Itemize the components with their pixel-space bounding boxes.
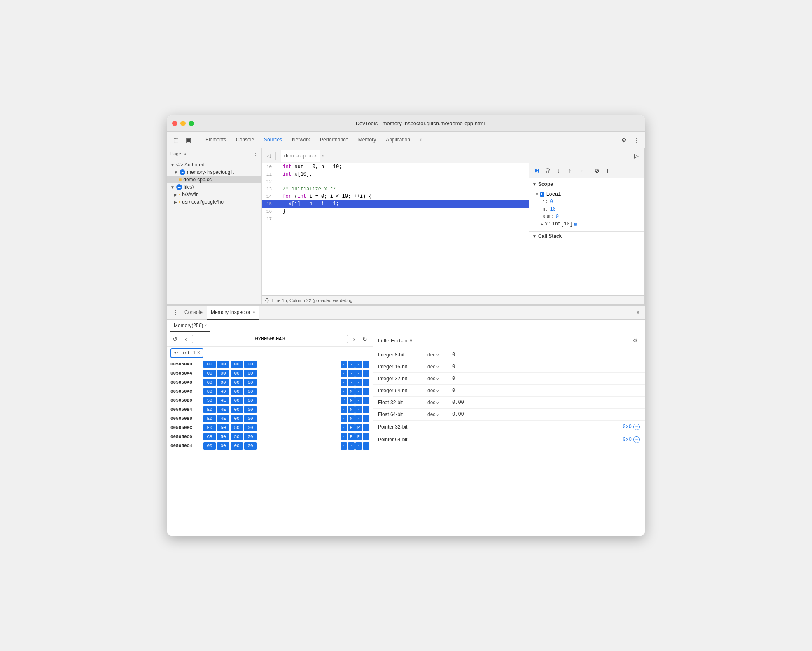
sidebar-toggle-icon[interactable]: ◁ <box>265 153 272 159</box>
deactivate-button[interactable]: ⊘ <box>592 166 602 176</box>
hex-byte[interactable]: C8 <box>203 433 216 440</box>
hex-byte[interactable]: E0 <box>203 424 216 431</box>
hex-byte[interactable]: 00 <box>231 415 243 422</box>
hex-byte[interactable]: 50 <box>217 433 229 440</box>
insp-format-selector-float32[interactable]: dec ∨ <box>427 400 452 405</box>
minimize-button[interactable] <box>180 121 186 126</box>
hex-byte[interactable]: 50 <box>231 424 243 431</box>
tab-elements[interactable]: Elements <box>201 132 231 148</box>
hex-byte[interactable]: 50 <box>203 397 216 404</box>
address-input[interactable] <box>192 335 348 343</box>
sidebar-item-usr-local[interactable]: ▶ ▪ usr/local/google/ho <box>167 198 261 206</box>
hex-byte[interactable]: 00 <box>203 442 216 450</box>
hex-byte[interactable]: 00 <box>244 379 257 386</box>
expression-close-icon[interactable]: × <box>197 350 200 356</box>
hex-byte[interactable]: 4E <box>217 415 229 422</box>
hex-byte[interactable]: 00 <box>231 370 243 377</box>
step-into-button[interactable]: ↓ <box>554 166 564 176</box>
sidebar-item-demo-cpp-cc[interactable]: ■ demo-cpp.cc <box>167 176 261 183</box>
hex-byte[interactable]: 00 <box>244 370 257 377</box>
tab-application[interactable]: Application <box>381 132 415 148</box>
memory-subtab-close-icon[interactable]: × <box>204 323 207 328</box>
memory-256-subtab[interactable]: Memory(256) × <box>170 320 210 332</box>
endian-selector[interactable]: Little Endian ∨ <box>378 337 413 344</box>
step-over-button[interactable] <box>543 166 553 176</box>
hex-byte[interactable]: 50 <box>231 433 243 440</box>
hex-byte[interactable]: 4D <box>217 388 229 395</box>
hex-byte[interactable]: 00 <box>231 388 243 395</box>
maximize-button[interactable] <box>189 121 194 126</box>
bottom-tab-console[interactable]: Console <box>180 306 207 320</box>
hex-byte[interactable]: E0 <box>203 406 216 413</box>
tab-console[interactable]: Console <box>231 132 259 148</box>
tab-sources[interactable]: Sources <box>259 132 287 148</box>
more-menu-icon[interactable]: ⋮ <box>631 135 642 145</box>
tab-network[interactable]: Network <box>287 132 315 148</box>
code-action-icon[interactable]: ▷ <box>631 151 641 161</box>
bottom-panel-menu-icon[interactable]: ⋮ <box>170 309 180 316</box>
next-address-button[interactable]: › <box>350 335 359 344</box>
hex-byte[interactable]: 4E <box>217 397 229 404</box>
cursor-icon[interactable]: ⬚ <box>170 135 181 145</box>
hex-byte[interactable]: 50 <box>217 424 229 431</box>
hex-byte[interactable]: 00 <box>203 361 216 368</box>
sidebar-item-authored[interactable]: ▼ </> Authored <box>167 161 261 169</box>
tab-performance[interactable]: Performance <box>315 132 353 148</box>
dock-icon[interactable]: ▣ <box>183 135 194 145</box>
refresh-button[interactable]: ↻ <box>360 335 369 344</box>
sidebar-item-memory-inspector-glitch[interactable]: ▼ ☁ memory-inspector.glit <box>167 169 261 176</box>
sidebar-menu-icon[interactable]: ⋮ <box>253 151 258 157</box>
insp-format-selector-int16[interactable]: dec ∨ <box>427 364 452 370</box>
call-stack-header[interactable]: ▼ Call Stack <box>529 232 644 241</box>
file-tab-close-icon[interactable]: × <box>314 153 317 158</box>
hex-byte[interactable]: 00 <box>231 379 243 386</box>
step-button[interactable]: → <box>576 166 586 176</box>
scope-local-header[interactable]: ▼ L Local <box>529 191 644 198</box>
bottom-tab-memory-inspector[interactable]: Memory Inspector × <box>207 306 259 320</box>
step-out-button[interactable]: ↑ <box>565 166 575 176</box>
hex-byte[interactable]: 00 <box>231 406 243 413</box>
sidebar-item-bsw[interactable]: ▶ ▪ b/s/w/ir <box>167 191 261 198</box>
hex-byte[interactable]: 00 <box>244 424 257 431</box>
insp-format-selector-int32[interactable]: dec ∨ <box>427 376 452 382</box>
memory-inspector-tab-close-icon[interactable]: × <box>253 310 255 314</box>
hex-byte[interactable]: 00 <box>217 361 229 368</box>
hex-byte[interactable]: 00 <box>244 397 257 404</box>
previous-address-button[interactable]: ‹ <box>181 335 190 344</box>
insp-format-selector-int8[interactable]: dec ∨ <box>427 352 452 358</box>
hex-byte[interactable]: 00 <box>231 397 243 404</box>
hex-byte[interactable]: E0 <box>203 415 216 422</box>
hex-byte[interactable]: 00 <box>244 415 257 422</box>
hex-byte[interactable]: 4E <box>217 406 229 413</box>
file-tab-demo-cpp[interactable]: demo-cpp.cc × <box>281 150 320 162</box>
pause-button[interactable]: ⏸ <box>603 166 613 176</box>
hex-byte[interactable]: 00 <box>203 370 216 377</box>
sidebar-item-file[interactable]: ▼ ☁ file:// <box>167 183 261 191</box>
tab-memory[interactable]: Memory <box>353 132 381 148</box>
memory-inspect-icon[interactable]: ⊞ <box>574 222 577 227</box>
file-tabs-more-icon[interactable]: » <box>320 153 326 158</box>
close-button[interactable] <box>172 121 177 126</box>
hex-byte[interactable]: 00 <box>244 433 257 440</box>
insp-format-selector-float64[interactable]: dec ∨ <box>427 412 452 417</box>
sidebar-more-icon[interactable]: » <box>184 151 186 156</box>
hex-byte[interactable]: 00 <box>231 442 243 450</box>
tab-more[interactable]: » <box>415 132 428 148</box>
insp-format-selector-int64[interactable]: dec ∨ <box>427 388 452 393</box>
pointer-navigate-icon[interactable]: → <box>633 436 640 443</box>
settings-icon[interactable]: ⚙ <box>618 135 629 145</box>
hex-byte[interactable]: 00 <box>231 361 243 368</box>
hex-byte[interactable]: 00 <box>244 361 257 368</box>
history-back-button[interactable]: ↺ <box>170 335 180 344</box>
hex-byte[interactable]: 00 <box>203 379 216 386</box>
hex-byte[interactable]: 00 <box>244 442 257 450</box>
bottom-panel-close-icon[interactable]: × <box>635 309 642 316</box>
hex-byte[interactable]: 00 <box>217 442 229 450</box>
hex-byte[interactable]: 80 <box>203 388 216 395</box>
hex-byte[interactable]: 00 <box>244 406 257 413</box>
pointer-navigate-icon[interactable]: → <box>633 424 640 430</box>
hex-byte[interactable]: 00 <box>217 370 229 377</box>
inspector-settings-button[interactable]: ⚙ <box>630 335 640 345</box>
insp-pointer-value[interactable]: 0x0 → <box>623 436 640 443</box>
scope-section-header[interactable]: ▼ Scope <box>529 180 644 189</box>
